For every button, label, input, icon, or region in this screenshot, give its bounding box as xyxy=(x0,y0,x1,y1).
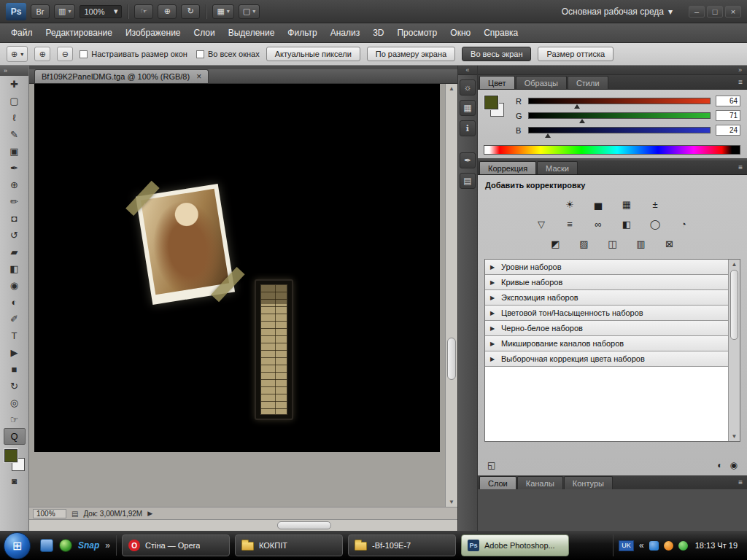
tray-icon-blue[interactable] xyxy=(649,541,659,551)
rotate-view-button[interactable]: ↻ xyxy=(181,4,200,19)
expanded-view-icon[interactable]: ◱ xyxy=(487,460,495,470)
eraser-tool[interactable]: ▰ xyxy=(4,244,26,260)
list-scrollbar[interactable]: ▲ ▼ xyxy=(728,260,740,441)
pen-tool[interactable]: ✐ xyxy=(4,311,26,327)
switch-panel-icon[interactable]: ◐ xyxy=(717,460,722,470)
photo-filter-icon[interactable]: ◯ xyxy=(646,217,664,231)
tray-icon-orange[interactable] xyxy=(664,541,673,551)
preset-group-row[interactable]: Черно-белое наборов xyxy=(485,321,728,336)
tray-clock[interactable]: 18:13 Чт 19 xyxy=(693,541,740,550)
slider-marker-icon[interactable] xyxy=(545,133,551,138)
expand-arrow-icon[interactable] xyxy=(490,356,496,362)
blur-tool[interactable]: ◉ xyxy=(4,277,26,294)
panel-tab[interactable]: Цвет xyxy=(479,76,515,89)
quick-launch-overflow-icon[interactable]: » xyxy=(105,540,110,551)
zoom-level-dropdown[interactable]: 100% ▾ xyxy=(80,5,122,18)
launch-bridge-button[interactable]: Br xyxy=(31,4,50,19)
status-zoom-input[interactable]: 100% xyxy=(33,509,66,518)
taskbar-task-button[interactable]: КОКПІТ xyxy=(235,534,343,556)
panel-menu-icon[interactable]: ≡ xyxy=(738,478,743,486)
channel-slider[interactable] xyxy=(528,127,711,133)
eyedropper-tool[interactable]: ✒ xyxy=(4,160,26,176)
invert-icon[interactable]: ◩ xyxy=(547,237,565,251)
dodge-tool[interactable]: ◐ xyxy=(4,294,26,311)
dock-collapse-header[interactable]: « xyxy=(458,66,477,75)
tray-collapse-icon[interactable]: « xyxy=(639,540,644,551)
view-extras-button[interactable]: ▥ ▾ xyxy=(54,4,75,19)
posterize-icon[interactable]: ▨ xyxy=(576,237,593,251)
minimize-button[interactable]: – xyxy=(689,6,705,18)
menu-item[interactable]: Редактирование xyxy=(39,24,119,42)
panel-menu-icon[interactable]: ≡ xyxy=(738,163,743,171)
quick-selection-tool[interactable]: ✎ xyxy=(4,126,26,143)
channel-value-input[interactable]: 24 xyxy=(716,125,740,136)
channel-value-input[interactable]: 71 xyxy=(716,110,740,121)
scroll-down-icon[interactable]: ▼ xyxy=(732,433,738,440)
restore-button[interactable]: □ xyxy=(707,6,723,18)
history-brush-tool[interactable]: ↺ xyxy=(4,227,26,244)
menu-item[interactable]: Выделение xyxy=(222,24,282,42)
type-tool[interactable]: T xyxy=(4,327,26,344)
panel-tab[interactable]: Каналы xyxy=(517,476,563,489)
tray-icon-green[interactable] xyxy=(678,541,688,551)
close-button[interactable]: × xyxy=(725,6,741,18)
brightness-contrast-icon[interactable]: ☀ xyxy=(561,198,578,211)
3d-rotate-tool[interactable]: ↻ xyxy=(4,378,26,394)
expand-arrow-icon[interactable] xyxy=(490,295,496,301)
slider-marker-icon[interactable] xyxy=(574,104,580,109)
clone-stamp-tool[interactable]: ◘ xyxy=(4,210,26,227)
menu-item[interactable]: Просмотр xyxy=(390,24,444,42)
zoom-in-toggle[interactable]: ⊕ xyxy=(34,47,50,61)
menu-item[interactable]: Слои xyxy=(187,24,222,42)
start-button[interactable]: ⊞ xyxy=(4,532,31,559)
tool-preset-picker[interactable]: ⊕ ▾ xyxy=(7,46,28,62)
option-checkbox[interactable]: Настраивать размер окон xyxy=(80,50,187,58)
preset-group-row[interactable]: Выборочная коррекция цвета наборов xyxy=(485,351,728,367)
expand-arrow-icon[interactable] xyxy=(490,264,496,271)
panel-tab[interactable]: Маски xyxy=(537,161,578,174)
expand-arrow-icon[interactable] xyxy=(490,279,496,286)
preset-group-row[interactable]: Цветовой тон/Насыщенность наборов xyxy=(485,306,728,321)
document-tab[interactable]: Bf109K2PanelDMG.tga @ 100% (RGB/8) × xyxy=(34,69,209,83)
preset-group-row[interactable]: Кривые наборов xyxy=(485,275,728,290)
color-balance-icon[interactable]: ∞ xyxy=(589,217,607,231)
arrange-documents-button[interactable]: ▦ ▾ xyxy=(212,4,233,19)
quick-mask-button[interactable]: ◙ xyxy=(7,475,23,488)
info-dock-icon[interactable]: ℹ xyxy=(460,120,476,136)
crop-tool[interactable]: ▣ xyxy=(4,143,26,160)
hand-tool[interactable]: ☞ xyxy=(4,411,26,428)
channel-slider[interactable] xyxy=(528,112,711,119)
histogram-dock-icon[interactable]: ▦ xyxy=(460,100,476,116)
show-desktop-icon[interactable] xyxy=(40,539,53,552)
dock-header[interactable]: » xyxy=(478,66,747,75)
expand-arrow-icon[interactable] xyxy=(490,310,496,316)
list-scroll-thumb[interactable] xyxy=(730,270,738,340)
scroll-up-icon[interactable]: ▲ xyxy=(732,261,738,268)
option-button[interactable]: Актуальные пиксели xyxy=(266,47,360,61)
brush-tool[interactable]: ✏ xyxy=(4,193,26,210)
foreground-color-swatch[interactable] xyxy=(4,449,18,462)
taskbar-task-button[interactable]: -Bf-109E-7 xyxy=(348,534,456,556)
preset-group-row[interactable]: Экспозиция наборов xyxy=(485,290,728,306)
language-indicator[interactable]: UK xyxy=(619,540,634,551)
menu-item[interactable]: Окно xyxy=(444,24,477,42)
close-icon[interactable]: × xyxy=(196,71,201,82)
correction-dock-icon[interactable]: ☼ xyxy=(460,79,476,96)
option-button[interactable]: По размеру экрана xyxy=(367,47,455,61)
option-button[interactable]: Размер оттиска xyxy=(538,47,614,61)
media-app-icon[interactable] xyxy=(59,539,72,552)
snap-launcher[interactable]: Snap xyxy=(78,540,99,551)
screen-mode-button[interactable]: ▢ ▾ xyxy=(239,4,260,19)
checkbox-icon[interactable] xyxy=(80,50,88,58)
vertical-scrollbar[interactable]: ▲ ▼ xyxy=(445,84,457,507)
horizontal-scrollbar[interactable] xyxy=(29,519,457,531)
expand-arrow-icon[interactable] xyxy=(490,325,496,332)
panel-tab[interactable]: Слои xyxy=(479,476,516,489)
workspace-switcher[interactable]: Основная рабочая среда ▾ xyxy=(556,4,678,20)
color-spectrum-ramp[interactable] xyxy=(484,145,740,155)
tools-palette-header[interactable]: » xyxy=(0,66,28,76)
black-white-icon[interactable]: ◧ xyxy=(618,217,635,231)
horizontal-scroll-thumb[interactable] xyxy=(277,521,331,529)
move-tool[interactable]: ✚ xyxy=(4,76,26,93)
scroll-up-icon[interactable]: ▲ xyxy=(449,85,454,92)
